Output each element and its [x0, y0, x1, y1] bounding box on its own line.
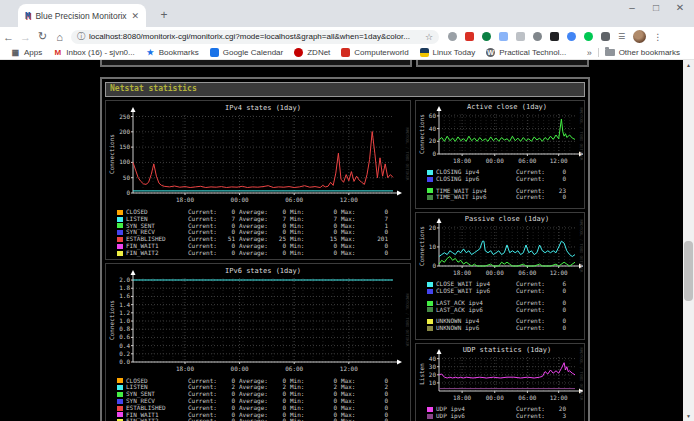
svg-text:60: 60 — [429, 112, 437, 119]
green-extension-icon[interactable] — [584, 32, 593, 41]
back-icon[interactable]: ← — [0, 31, 17, 43]
svg-text:06:00: 06:00 — [518, 394, 536, 401]
udp-statistics-block: 1020304018:0000:0006:0012:00UDP statisti… — [415, 343, 585, 421]
pages-extension-icon[interactable] — [499, 32, 508, 41]
bookmark-practical-technology[interactable]: W Practical Technol... — [486, 48, 566, 57]
passive-close-graph[interactable]: 0102018:0000:0006:0012:00Passive close (… — [417, 214, 583, 280]
svg-text:40: 40 — [429, 125, 437, 132]
reload-icon[interactable]: ↻ — [34, 30, 51, 43]
legend-swatch — [427, 170, 433, 175]
bookmark-apps[interactable]: ▦ Apps — [11, 48, 42, 57]
extensions-puzzle-icon[interactable] — [601, 32, 610, 41]
active-svg: 020406018:0000:0006:0012:00Active close … — [417, 102, 583, 168]
svg-text:RRDTOOL / TOBI OETIKER: RRDTOOL / TOBI OETIKER — [405, 128, 409, 182]
folder-icon — [605, 49, 615, 56]
address-bar[interactable]: ⓘ localhost:8080/monitorix-cgi/monitorix… — [71, 30, 439, 44]
legend-group: UDP ipv4Current:20UDP ipv6Current:3 — [427, 406, 583, 420]
svg-text:250: 250 — [119, 113, 130, 120]
legend-group: LAST_ACK ipv4Current:0LAST_ACK ipv6Curre… — [427, 300, 583, 314]
bookmark-inbox[interactable]: M Inbox (16) - sjvn0... — [53, 48, 134, 57]
udp-statistics-graph[interactable]: 1020304018:0000:0006:0012:00UDP statisti… — [417, 345, 583, 405]
scrollbar-down-icon[interactable]: ▼ — [683, 411, 694, 421]
bookmark-computerworld[interactable]: Computerworld — [341, 48, 408, 57]
legend-swatch — [117, 230, 123, 235]
svg-text:00:00: 00:00 — [231, 365, 249, 372]
legend-swatch — [117, 223, 123, 228]
new-tab-button[interactable]: + — [156, 7, 172, 23]
bookmark-google-calendar[interactable]: Google Calendar — [210, 48, 283, 57]
ipv6-states-graph[interactable]: 0.00.20.40.60.81.01.21.41.61.82.018:0000… — [107, 265, 409, 377]
legend-label: LAST_ACK ipv6 — [436, 307, 512, 314]
home-icon[interactable]: ⌂ — [51, 31, 68, 43]
forward-icon[interactable]: → — [17, 31, 34, 43]
minimize-button[interactable]: – — [626, 2, 638, 13]
stat-value: 0 — [320, 250, 337, 257]
page-scrollbar[interactable]: ▲ ▼ — [683, 60, 694, 421]
phone-extension-icon[interactable] — [482, 32, 491, 41]
bookmark-bookmarks[interactable]: ★ Bookmarks — [146, 48, 199, 57]
star-icon: ★ — [146, 48, 155, 57]
bookmark-star-icon[interactable]: ☆ — [425, 32, 433, 42]
svg-text:00:00: 00:00 — [231, 196, 249, 203]
legend-row: TIME_WAIT ipv6Current:0 — [427, 194, 583, 201]
dark-extension-icon[interactable] — [550, 32, 559, 41]
svg-text:2.0: 2.0 — [119, 276, 130, 283]
legend-row: CLOSE_WAIT ipv6Current:0 — [427, 288, 583, 295]
legend-swatch — [427, 282, 433, 287]
ipv6-states-legend: CLOSEDCurrent:0Average:0Min:0Max:0LISTEN… — [107, 377, 409, 421]
bookmark-linux-today[interactable]: Linux Today — [420, 48, 476, 57]
tab-search-icon[interactable]: ☰ — [618, 32, 625, 41]
svg-text:RRDTOOL / TOBI OETIKER: RRDTOOL / TOBI OETIKER — [579, 347, 583, 401]
svg-text:12:00: 12:00 — [340, 365, 358, 372]
active-close-graph[interactable]: 020406018:0000:0006:0012:00Active close … — [417, 102, 583, 168]
scrollbar-thumb[interactable] — [684, 241, 693, 301]
search-extension-icon[interactable] — [448, 32, 457, 41]
svg-text:18:00: 18:00 — [453, 394, 471, 401]
stat-value: 0 — [546, 288, 566, 295]
svg-text:10: 10 — [429, 243, 437, 250]
svg-text:1.6: 1.6 — [119, 292, 130, 299]
legend-swatch — [427, 289, 433, 294]
svg-text:1.8: 1.8 — [119, 284, 130, 291]
legend-swatch — [117, 237, 123, 242]
bookmark-zdnet[interactable]: ZDNet — [294, 48, 330, 57]
legend-swatch — [117, 210, 123, 215]
svg-text:RRDTOOL / TOBI OETIKER: RRDTOOL / TOBI OETIKER — [579, 220, 583, 274]
profile-avatar[interactable] — [633, 30, 646, 43]
stat-name: Current: — [516, 176, 546, 183]
scrollbar-up-icon[interactable]: ▲ — [683, 60, 694, 70]
calendar-icon — [210, 48, 219, 57]
stat-name: Current: — [188, 250, 218, 257]
close-window-button[interactable]: ✕ — [674, 2, 686, 13]
linux-today-icon — [420, 48, 429, 57]
legend-row: CLOSING ipv6Current:0 — [427, 176, 583, 183]
legend-swatch — [117, 399, 123, 404]
legend-swatch — [117, 412, 123, 417]
maximize-button[interactable]: □ — [650, 2, 662, 13]
bookmarks-overflow-icon[interactable]: » — [587, 48, 592, 58]
gray-extension-icon[interactable] — [516, 32, 525, 41]
active-close-legend: CLOSING ipv4Current:0CLOSING ipv6Current… — [417, 168, 583, 207]
blue-extension-icon[interactable] — [567, 32, 576, 41]
legend-group: CLOSING ipv4Current:0CLOSING ipv6Current… — [427, 169, 583, 183]
svg-text:20: 20 — [429, 371, 437, 378]
menu-kebab-icon[interactable]: ⋮ — [653, 32, 662, 42]
zdnet-icon — [294, 48, 303, 57]
stat-name: Current: — [516, 413, 546, 420]
legend-row: FIN_WAIT2Current:0Average:0Min:0Max:0 — [117, 250, 409, 257]
svg-text:12:00: 12:00 — [340, 196, 358, 203]
legend-label: UDP ipv6 — [436, 413, 512, 420]
ipv4-states-graph[interactable]: 05010015020025018:0000:0006:0012:00IPv4 … — [107, 102, 409, 208]
close-tab-icon[interactable]: ✕ — [131, 11, 139, 21]
page-info-icon[interactable]: ⓘ — [77, 31, 85, 42]
other-bookmarks-button[interactable]: Other bookmarks — [619, 48, 680, 57]
mail-extension-icon[interactable] — [465, 32, 474, 41]
browser-tab[interactable]: M Blue Precision Monitorix ✕ — [18, 4, 146, 27]
eye-extension-icon[interactable] — [533, 32, 542, 41]
browser-window: M Blue Precision Monitorix ✕ + – □ ✕ ← →… — [0, 0, 694, 421]
udp-svg: 1020304018:0000:0006:0012:00UDP statisti… — [417, 345, 583, 405]
tab-title: Blue Precision Monitorix — [35, 11, 127, 21]
apps-grid-icon: ▦ — [11, 48, 20, 57]
legend-row: UDP ipv6Current:3 — [427, 413, 583, 420]
passive-close-block: 0102018:0000:0006:0012:00Passive close (… — [415, 212, 585, 340]
